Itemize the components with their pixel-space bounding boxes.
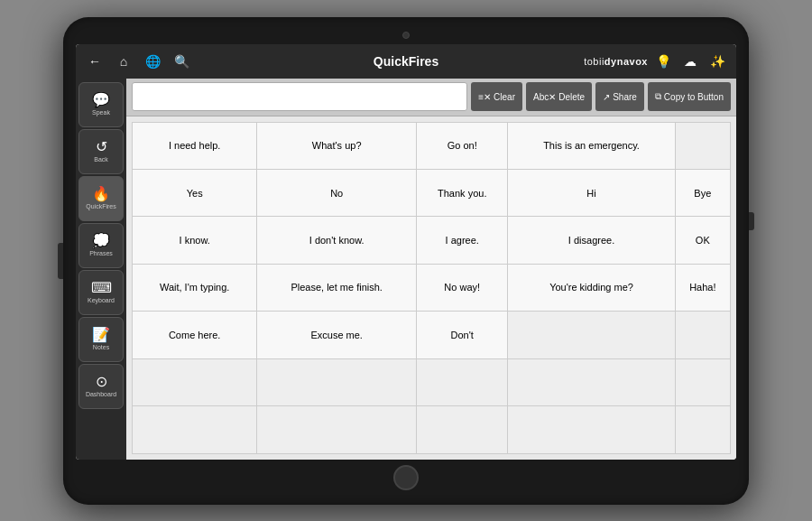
quickfires-label: QuickFires [86, 203, 115, 209]
grid-cell[interactable]: I agree. [417, 217, 508, 264]
speak-label: Speak [92, 109, 110, 116]
grid-cell[interactable]: I need help. [133, 122, 257, 169]
tablet-screen: ← ⌂ 🌐 🔍 QuickFires tobiidynavox 💡 ☁ ✨ [76, 44, 736, 460]
camera [402, 32, 410, 39]
grid-cell[interactable] [257, 358, 417, 405]
grid-cell[interactable] [417, 406, 508, 453]
grid-cell[interactable]: Please, let me finish. [257, 264, 417, 311]
sidebar: 💬 Speak ↺ Back 🔥 QuickFires 💭 Phrases ⌨ [76, 79, 126, 460]
clear-button[interactable]: ≡✕ Clear [471, 82, 522, 111]
grid-cell[interactable]: Bye [675, 169, 730, 216]
grid-cell[interactable]: I don't know. [257, 217, 417, 264]
dashboard-label: Dashboard [86, 391, 116, 397]
notes-icon: 📝 [92, 328, 110, 342]
sidebar-item-notes[interactable]: 📝 Notes [78, 317, 124, 362]
grid-cell[interactable]: Don't [417, 312, 508, 358]
share-icon: ↗ [603, 92, 610, 102]
delete-button[interactable]: Abc✕ Delete [526, 82, 592, 111]
brand-label: tobiidynavox [584, 56, 648, 67]
content-area: ≡✕ Clear Abc✕ Delete ↗ Share ⧉ Copy to B… [126, 79, 736, 460]
grid-cell[interactable] [133, 406, 257, 453]
keyboard-label: Keyboard [88, 297, 115, 303]
copy-icon: ⧉ [655, 91, 661, 102]
sidebar-item-phrases[interactable]: 💭 Phrases [78, 223, 124, 268]
globe-button[interactable]: 🌐 [141, 50, 164, 73]
bulb-icon[interactable]: 💡 [651, 50, 675, 73]
notes-label: Notes [93, 344, 109, 350]
grid-cell[interactable] [675, 122, 730, 169]
grid-cell[interactable] [257, 406, 417, 453]
text-input[interactable] [132, 82, 467, 111]
grid-cell[interactable]: Excuse me. [257, 312, 417, 358]
grid-cell[interactable] [133, 358, 257, 405]
keyboard-icon: ⌨ [91, 281, 112, 295]
delete-icon: Abc✕ [533, 92, 556, 102]
tablet-device: ← ⌂ 🌐 🔍 QuickFires tobiidynavox 💡 ☁ ✨ [63, 17, 749, 505]
title-text: QuickFires [374, 54, 438, 69]
grid-cell[interactable]: You're kidding me? [508, 264, 675, 311]
toolbar: ≡✕ Clear Abc✕ Delete ↗ Share ⧉ Copy to B… [126, 79, 736, 116]
sidebar-item-dashboard[interactable]: ⊙ Dashboard [78, 364, 124, 409]
quickfire-grid: I need help.What's up?Go on!This is an e… [132, 122, 731, 454]
home-button[interactable]: ⌂ [112, 50, 135, 73]
magic-icon[interactable]: ✨ [706, 50, 729, 73]
grid-cell[interactable]: I disagree. [508, 217, 675, 264]
grid-cell[interactable] [675, 406, 730, 453]
grid-cell[interactable]: No way! [417, 264, 508, 311]
grid-cell[interactable]: Go on! [417, 122, 508, 169]
copy-button[interactable]: ⧉ Copy to Button [648, 82, 731, 111]
grid-cell[interactable] [675, 312, 730, 358]
share-button[interactable]: ↗ Share [595, 82, 644, 111]
grid-cell[interactable] [508, 406, 675, 453]
phrases-label: Phrases [89, 250, 113, 256]
cloud-icon[interactable]: ☁ [678, 50, 702, 73]
quickfires-icon: 🔥 [92, 187, 110, 201]
home-button-physical[interactable] [393, 465, 419, 490]
grid-cell[interactable]: Hi [508, 169, 675, 216]
left-connector [58, 243, 63, 279]
grid-cell[interactable]: What's up? [257, 122, 417, 169]
top-bar-right: tobiidynavox 💡 ☁ ✨ [584, 50, 729, 73]
grid-cell[interactable]: This is an emergency. [508, 122, 675, 169]
grid-cell[interactable] [675, 358, 730, 405]
dashboard-icon: ⊙ [96, 375, 107, 389]
top-bar: ← ⌂ 🌐 🔍 QuickFires tobiidynavox 💡 ☁ ✨ [76, 44, 736, 79]
phrases-icon: 💭 [92, 234, 110, 248]
grid-container: I need help.What's up?Go on!This is an e… [126, 116, 736, 460]
grid-cell[interactable]: No [257, 169, 417, 216]
grid-cell[interactable] [417, 358, 508, 405]
back-icon: ↺ [96, 140, 107, 154]
grid-cell[interactable]: OK [675, 217, 730, 264]
clear-icon: ≡✕ [478, 92, 491, 102]
grid-cell[interactable] [508, 312, 675, 358]
grid-cell[interactable]: I know. [133, 217, 257, 264]
grid-cell[interactable]: Thank you. [417, 169, 508, 216]
sidebar-item-speak[interactable]: 💬 Speak [78, 82, 124, 127]
search-button[interactable]: 🔍 [170, 50, 193, 73]
grid-cell[interactable]: Yes [133, 169, 257, 216]
grid-cell[interactable]: Haha! [675, 264, 730, 311]
page-title: QuickFires [374, 54, 438, 69]
top-bar-left: ← ⌂ 🌐 🔍 [83, 50, 193, 73]
main-area: 💬 Speak ↺ Back 🔥 QuickFires 💭 Phrases ⌨ [76, 79, 736, 460]
sidebar-item-back[interactable]: ↺ Back [78, 129, 124, 174]
back-button[interactable]: ← [83, 50, 106, 73]
back-label: Back [94, 156, 108, 163]
sidebar-item-quickfires[interactable]: 🔥 QuickFires [78, 176, 124, 221]
grid-cell[interactable]: Come here. [133, 312, 257, 358]
speak-icon: 💬 [92, 93, 110, 107]
grid-cell[interactable] [508, 358, 675, 405]
sidebar-item-keyboard[interactable]: ⌨ Keyboard [78, 270, 124, 315]
right-connector [749, 212, 754, 230]
grid-cell[interactable]: Wait, I'm typing. [133, 264, 257, 311]
